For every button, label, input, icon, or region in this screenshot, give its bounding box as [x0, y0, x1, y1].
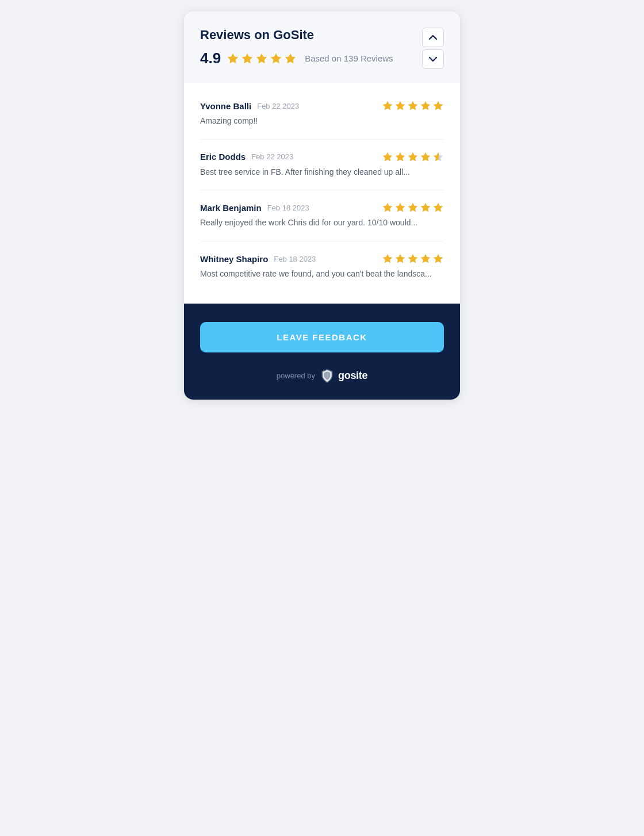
list-item: Mark Benjamin Feb 18 2023 Really enjoyed…	[200, 190, 444, 241]
review-star-icon	[420, 151, 431, 163]
based-on-text: Based on 139 Reviews	[305, 53, 393, 63]
reviews-card: Reviews on GoSite 4.9 Based on 139 Revie…	[184, 11, 460, 400]
review-stars	[382, 151, 444, 163]
review-star-icon	[382, 100, 393, 112]
svg-marker-23	[421, 254, 431, 263]
list-item: Whitney Shapiro Feb 18 2023 Most competi…	[200, 241, 444, 292]
review-text: Most competitive rate we found, and you …	[200, 268, 444, 281]
brand-name: gosite	[338, 370, 367, 382]
reviewer-info: Whitney Shapiro Feb 18 2023	[200, 254, 316, 264]
svg-marker-3	[271, 53, 281, 63]
review-star-icon	[407, 100, 419, 112]
rating-row: 4.9 Based on 139 Reviews	[200, 49, 393, 67]
gosite-logo: gosite	[320, 369, 367, 384]
svg-marker-0	[228, 53, 238, 63]
review-text: Best tree service in FB. After finishing…	[200, 166, 444, 179]
reviewer-name: Yvonne Balli	[200, 101, 251, 111]
review-date: Feb 22 2023	[251, 152, 293, 161]
svg-marker-8	[421, 101, 431, 110]
star-3-icon	[255, 52, 268, 65]
svg-marker-2	[256, 53, 267, 63]
list-item: Eric Dodds Feb 22 2023	[200, 140, 444, 191]
svg-marker-18	[421, 203, 431, 212]
reviewer-info: Yvonne Balli Feb 22 2023	[200, 101, 299, 111]
review-star-icon	[407, 253, 419, 264]
svg-marker-9	[434, 101, 443, 110]
review-star-icon	[394, 151, 406, 163]
svg-marker-16	[396, 203, 405, 212]
review-star-icon	[407, 202, 419, 213]
review-star-half-icon	[432, 151, 444, 163]
svg-marker-6	[396, 101, 405, 110]
review-text: Amazing comp!!	[200, 115, 444, 128]
review-stars	[382, 100, 444, 112]
star-5-icon	[284, 52, 297, 65]
star-4-icon	[270, 52, 282, 65]
review-date: Feb 18 2023	[274, 255, 316, 263]
review-date: Feb 18 2023	[267, 204, 309, 212]
star-2-icon	[241, 52, 254, 65]
reviewer-name: Whitney Shapiro	[200, 254, 268, 264]
chevron-up-icon	[429, 34, 437, 40]
review-text: Really enjoyed the work Chris did for ou…	[200, 217, 444, 229]
gosite-icon	[320, 369, 335, 384]
svg-marker-14	[434, 152, 443, 161]
svg-marker-24	[434, 254, 443, 263]
header-section: Reviews on GoSite 4.9 Based on 139 Revie…	[184, 11, 460, 83]
svg-marker-13	[421, 152, 431, 161]
page-title: Reviews on GoSite	[200, 28, 393, 43]
review-star-icon	[432, 100, 444, 112]
list-item: Yvonne Balli Feb 22 2023 Amazing comp!!	[200, 89, 444, 140]
star-1-icon	[227, 52, 239, 65]
svg-marker-21	[396, 254, 405, 263]
chevron-down-button[interactable]	[422, 49, 444, 69]
review-star-icon	[407, 151, 419, 163]
review-star-icon	[394, 100, 406, 112]
reviewer-name: Eric Dodds	[200, 152, 246, 162]
reviewer-info: Mark Benjamin Feb 18 2023	[200, 203, 309, 213]
svg-marker-12	[408, 152, 418, 161]
review-stars	[382, 253, 444, 264]
svg-marker-10	[383, 152, 393, 161]
review-star-icon	[432, 202, 444, 213]
review-date: Feb 22 2023	[257, 102, 299, 110]
svg-marker-15	[383, 203, 393, 212]
review-star-icon	[382, 202, 393, 213]
powered-by-text: powered by	[277, 371, 315, 380]
svg-marker-19	[434, 203, 443, 212]
review-star-icon	[432, 253, 444, 264]
reviewer-name: Mark Benjamin	[200, 203, 262, 213]
review-stars	[382, 202, 444, 213]
svg-marker-7	[408, 101, 418, 110]
overall-stars	[227, 52, 297, 65]
chevron-down-icon	[429, 56, 437, 62]
svg-marker-20	[383, 254, 393, 263]
reviewer-info: Eric Dodds Feb 22 2023	[200, 152, 293, 162]
chevron-group	[422, 28, 444, 69]
footer-cta: LEAVE FEEDBACK powered by gosite	[184, 304, 460, 400]
review-star-icon	[420, 100, 431, 112]
svg-marker-22	[408, 254, 418, 263]
svg-marker-4	[285, 53, 296, 63]
review-star-icon	[394, 202, 406, 213]
review-star-icon	[420, 253, 431, 264]
review-star-icon	[394, 253, 406, 264]
svg-marker-17	[408, 203, 418, 212]
reviews-section: Yvonne Balli Feb 22 2023 Amazing comp!! …	[184, 83, 460, 304]
review-star-icon	[420, 202, 431, 213]
rating-number: 4.9	[200, 49, 221, 67]
svg-marker-5	[383, 101, 393, 110]
svg-marker-11	[396, 152, 405, 161]
review-star-icon	[382, 151, 393, 163]
powered-by-row: powered by gosite	[200, 369, 444, 384]
svg-marker-1	[242, 53, 252, 63]
chevron-up-button[interactable]	[422, 28, 444, 47]
review-star-icon	[382, 253, 393, 264]
leave-feedback-button[interactable]: LEAVE FEEDBACK	[200, 322, 444, 352]
